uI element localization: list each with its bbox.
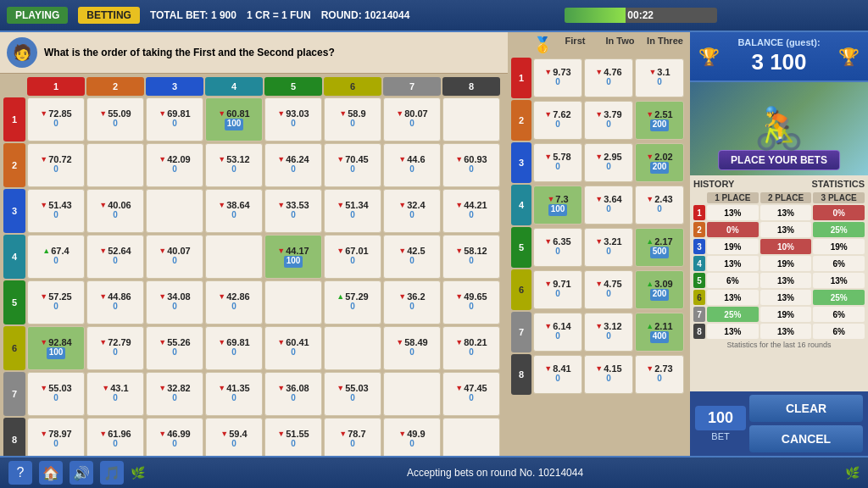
place-bets-button[interactable]: PLACE YOUR BETS [718, 150, 840, 170]
grid-cell-5-4[interactable]: ▼42.860 [205, 280, 263, 324]
odds-cell-8-3[interactable]: ▼2.730 [635, 355, 684, 394]
cancel-button[interactable]: CANCEL [749, 425, 863, 452]
grid-cell-4-2[interactable]: ▼52.640 [86, 235, 144, 279]
col-header-1: 1 [27, 77, 85, 96]
odds-cell-7-3[interactable]: ▲2.11400 [635, 313, 684, 352]
odds-cell-7-2[interactable]: ▼3.120 [584, 313, 633, 352]
grid-cell-5-5[interactable] [264, 280, 322, 324]
odds-cell-5-3[interactable]: ▲2.17500 [635, 228, 684, 267]
grid-cell-5-2[interactable]: ▼44.860 [86, 280, 144, 324]
odds-cell-3-1[interactable]: ▼5.780 [533, 143, 582, 182]
grid-cell-4-8[interactable]: ▼58.120 [442, 235, 500, 279]
grid-cell-5-3[interactable]: ▼34.080 [146, 280, 203, 324]
grid-cell-5-8[interactable]: ▼49.650 [442, 280, 500, 324]
grid-cell-3-3[interactable] [146, 189, 203, 233]
clear-button[interactable]: CLEAR [749, 395, 863, 422]
grid-cell-7-7[interactable] [383, 372, 441, 416]
grid-cell-7-4[interactable]: ▼41.350 [205, 372, 263, 416]
grid-cell-3-5[interactable]: ▼33.530 [264, 189, 322, 233]
grid-cell-5-6[interactable]: ▲57.290 [324, 280, 381, 324]
grid-cell-7-3[interactable]: ▼32.820 [146, 372, 203, 416]
grid-cell-4-1[interactable]: ▲67.40 [27, 235, 85, 279]
grid-cell-2-1[interactable]: ▼70.720 [27, 143, 85, 187]
grid-cell-8-4[interactable]: ▼59.40 [205, 418, 263, 456]
grid-cell-1-8[interactable] [442, 97, 500, 141]
grid-cell-4-5[interactable]: ▼44.17100 [264, 235, 322, 279]
music-button[interactable]: 🎵 [100, 461, 124, 485]
grid-cell-6-4[interactable]: ▼69.810 [205, 326, 263, 370]
grid-cell-8-6[interactable]: ▼78.70 [324, 418, 381, 456]
odds-cell-4-1[interactable]: ▼7.3100 [533, 186, 582, 225]
grid-cell-4-4[interactable] [205, 235, 263, 279]
grid-cell-3-7[interactable]: ▼32.40 [383, 189, 441, 233]
grid-cell-8-7[interactable]: ▼49.90 [383, 418, 441, 456]
home-button[interactable]: 🏠 [39, 461, 63, 485]
grid-cell-2-3[interactable]: ▼42.090 [146, 143, 203, 187]
grid-cell-5-7[interactable]: ▼36.20 [383, 280, 441, 324]
odds-cell-5-1[interactable]: ▼6.350 [533, 228, 582, 267]
odds-cell-1-1[interactable]: ▼9.730 [533, 58, 582, 97]
odds-cell-2-1[interactable]: ▼7.620 [533, 101, 582, 140]
sound-button[interactable]: 🔊 [70, 461, 93, 485]
grid-cell-7-8[interactable]: ▼47.450 [442, 372, 500, 416]
grid-cell-3-2[interactable]: ▼40.060 [86, 189, 144, 233]
odds-cell-7-1[interactable]: ▼6.140 [533, 313, 582, 352]
grid-cell-4-6[interactable]: ▼67.010 [324, 235, 381, 279]
stats-row-1: 113%13%0% [693, 205, 865, 220]
grid-cell-2-6[interactable]: ▼70.450 [324, 143, 381, 187]
grid-cell-6-8[interactable]: ▼80.210 [442, 326, 500, 370]
grid-cell-1-6[interactable]: ▼58.90 [324, 97, 381, 141]
grid-cell-8-3[interactable]: ▼46.990 [146, 418, 203, 456]
grid-cell-1-4[interactable]: ▼60.81100 [205, 97, 263, 141]
odds-cell-2-2[interactable]: ▼3.790 [584, 101, 633, 140]
grid-cell-1-5[interactable]: ▼93.030 [264, 97, 322, 141]
odds-cell-5-2[interactable]: ▼3.210 [584, 228, 633, 267]
odds-cell-3-2[interactable]: ▼2.950 [584, 143, 633, 182]
odds-cell-4-2[interactable]: ▼3.640 [584, 186, 633, 225]
odds-cell-3-3[interactable]: ▼2.02200 [635, 143, 684, 182]
odds-panel: 🥇 First In Two In Three 1▼9.730▼4.760▼3.… [508, 32, 690, 456]
grid-cell-7-2[interactable]: ▼43.10 [86, 372, 144, 416]
grid-cell-6-7[interactable]: ▼58.490 [383, 326, 441, 370]
grid-cell-2-8[interactable]: ▼60.930 [442, 143, 500, 187]
grid-cell-6-6[interactable] [324, 326, 381, 370]
grid-cell-8-5[interactable]: ▼51.550 [264, 418, 322, 456]
grid-cell-5-1[interactable]: ▼57.250 [27, 280, 85, 324]
grid-cell-2-7[interactable]: ▼44.60 [383, 143, 441, 187]
odds-cell-4-3[interactable]: ▼2.430 [635, 186, 684, 225]
grid-cell-1-7[interactable]: ▼80.070 [383, 97, 441, 141]
grid-cell-7-6[interactable]: ▼55.030 [324, 372, 381, 416]
grid-cell-3-6[interactable]: ▼51.340 [324, 189, 381, 233]
odds-cell-8-1[interactable]: ▼8.410 [533, 355, 582, 394]
odds-cell-6-2[interactable]: ▼4.750 [584, 270, 633, 309]
odds-cell-6-1[interactable]: ▼9.710 [533, 270, 582, 309]
odds-cell-1-2[interactable]: ▼4.760 [584, 58, 633, 97]
bet-amount-display: 100 [695, 406, 746, 430]
grid-cell-4-3[interactable]: ▼40.070 [146, 235, 203, 279]
odds-cell-6-3[interactable]: ▲3.09200 [635, 270, 684, 309]
grid-cell-6-2[interactable]: ▼72.790 [86, 326, 144, 370]
grid-cell-2-2[interactable] [86, 143, 144, 187]
grid-cell-3-4[interactable]: ▼38.640 [205, 189, 263, 233]
grid-cell-7-5[interactable]: ▼36.080 [264, 372, 322, 416]
grid-cell-3-1[interactable]: ▼51.430 [27, 189, 85, 233]
grid-cell-7-1[interactable]: ▼55.030 [27, 372, 85, 416]
grid-cell-1-3[interactable]: ▼69.810 [146, 97, 203, 141]
odds-cell-1-3[interactable]: ▼3.10 [635, 58, 684, 97]
grid-cell-4-7[interactable]: ▼42.50 [383, 235, 441, 279]
stats-num-7: 7 [693, 307, 705, 322]
grid-cell-8-2[interactable]: ▼61.960 [86, 418, 144, 456]
grid-cell-1-1[interactable]: ▼72.850 [27, 97, 85, 141]
grid-cell-8-1[interactable]: ▼78.970 [27, 418, 85, 456]
grid-cell-1-2[interactable]: ▼55.090 [86, 97, 144, 141]
odds-cell-8-2[interactable]: ▼4.150 [584, 355, 633, 394]
grid-cell-8-8[interactable] [442, 418, 500, 456]
grid-cell-6-5[interactable]: ▼60.410 [264, 326, 322, 370]
grid-cell-6-1[interactable]: ▼92.84100 [27, 326, 85, 370]
help-button[interactable]: ? [8, 461, 32, 485]
grid-cell-6-3[interactable]: ▼55.260 [146, 326, 203, 370]
grid-cell-3-8[interactable]: ▼44.210 [442, 189, 500, 233]
grid-cell-2-5[interactable]: ▼46.240 [264, 143, 322, 187]
grid-cell-2-4[interactable]: ▼53.120 [205, 143, 263, 187]
odds-cell-2-3[interactable]: ▼2.51200 [635, 101, 684, 140]
